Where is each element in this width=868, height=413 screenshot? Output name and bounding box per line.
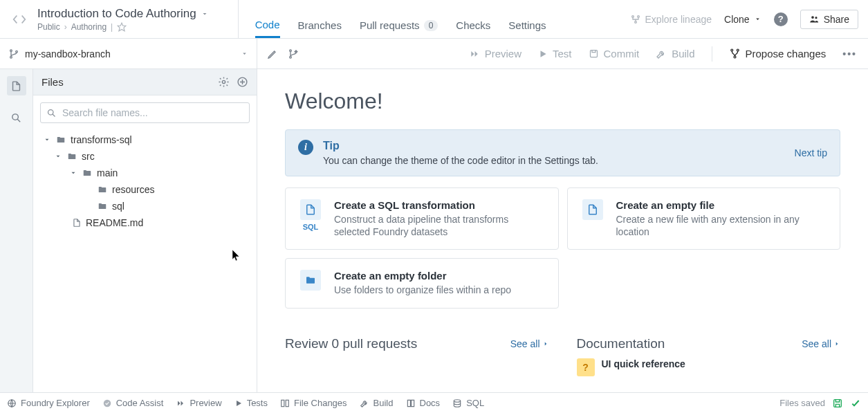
folder-icon (55, 135, 66, 145)
svg-rect-25 (834, 399, 842, 407)
breadcrumb-separator: | (111, 22, 113, 32)
footer-code-assist[interactable]: Code Assist (102, 398, 164, 408)
svg-point-24 (454, 399, 460, 402)
branch-selector[interactable]: my-sandbox-branch (0, 39, 257, 68)
tab-settings[interactable]: Settings (508, 0, 546, 38)
chevron-right-icon (542, 340, 549, 347)
footer-preview[interactable]: Preview (176, 398, 221, 408)
add-icon[interactable] (237, 76, 248, 88)
build-button[interactable]: Build (656, 48, 694, 59)
svg-rect-22 (281, 400, 284, 406)
svg-point-9 (290, 50, 292, 52)
search-icon (46, 108, 57, 118)
tree-folder-resources[interactable]: resources (39, 181, 257, 198)
svg-point-6 (10, 50, 12, 52)
svg-point-5 (815, 17, 817, 19)
file-search-box[interactable] (40, 102, 250, 123)
doc-item-title: UI quick reference (602, 358, 685, 369)
info-icon: i (298, 140, 313, 155)
sidebar-title: Files (41, 76, 64, 88)
card-title: Create a SQL transformation (334, 199, 547, 211)
rail-files-icon[interactable] (7, 76, 26, 95)
help-icon[interactable]: ? (774, 12, 788, 26)
folder-icon (97, 185, 108, 194)
play-icon (234, 399, 243, 407)
play-icon (538, 49, 548, 59)
fast-forward-icon (469, 49, 480, 59)
explore-lineage-button[interactable]: Explore lineage (630, 14, 712, 25)
new-branch-icon[interactable] (288, 48, 299, 59)
file-icon (582, 199, 603, 220)
branch-name: my-sandbox-branch (25, 48, 111, 59)
card-title: Create an empty folder (334, 270, 511, 282)
tab-pull-requests[interactable]: Pull requests0 (360, 0, 438, 38)
star-icon[interactable] (117, 22, 127, 32)
tab-code[interactable]: Code (255, 0, 280, 38)
review-pr-heading: Review 0 pull requests (285, 336, 417, 351)
divider (712, 46, 712, 62)
preview-button[interactable]: Preview (469, 48, 521, 59)
gear-icon[interactable] (218, 76, 230, 88)
file-search-input[interactable] (62, 107, 243, 118)
breadcrumb-item[interactable]: Authoring (71, 22, 107, 32)
title-dropdown-icon[interactable] (201, 10, 209, 18)
svg-point-14 (737, 49, 739, 51)
more-icon[interactable]: ••• (842, 48, 857, 59)
tree-folder-root[interactable]: transforms-sql (39, 131, 257, 148)
footer-file-changes[interactable]: File Changes (280, 398, 347, 408)
tip-banner: i Tip You can change the theme of the co… (285, 129, 840, 176)
svg-point-7 (10, 56, 12, 58)
svg-point-15 (734, 56, 736, 58)
footer-docs[interactable]: Docs (406, 398, 441, 408)
breadcrumb-item[interactable]: Public (37, 22, 60, 32)
svg-rect-12 (590, 51, 597, 57)
footer-sql[interactable]: SQL (452, 398, 484, 408)
merge-icon (729, 48, 741, 59)
app-logo (8, 8, 30, 30)
footer-foundry-explorer[interactable]: Foundry Explorer (7, 398, 90, 408)
tab-branches[interactable]: Branches (298, 0, 342, 38)
propose-changes-button[interactable]: Propose changes (729, 48, 827, 59)
see-all-docs-link[interactable]: See all (802, 338, 840, 349)
svg-point-3 (634, 21, 636, 23)
branch-icon (8, 48, 19, 59)
tree-folder-main[interactable]: main (39, 165, 257, 181)
chevron-down-icon (241, 50, 248, 57)
tree-file-readme[interactable]: README.md (39, 214, 257, 231)
page-title[interactable]: Introduction to Code Authoring (37, 7, 196, 21)
card-icon-label: SQL (303, 223, 319, 231)
svg-point-17 (222, 80, 225, 83)
breadcrumb-separator: › (64, 22, 67, 32)
wrench-icon (360, 398, 369, 408)
card-desc: Create a new file with any extension in … (616, 213, 829, 238)
clone-button[interactable]: Clone (724, 14, 761, 25)
folder-icon (82, 168, 93, 178)
pr-count-badge: 0 (424, 20, 438, 31)
footer-build[interactable]: Build (360, 398, 394, 408)
welcome-heading: Welcome! (285, 89, 840, 114)
doc-item[interactable]: ? UI quick reference (577, 358, 841, 376)
svg-point-4 (811, 16, 814, 19)
edit-icon[interactable] (267, 48, 278, 59)
rail-search-icon[interactable] (7, 108, 26, 127)
next-tip-link[interactable]: Next tip (795, 147, 827, 158)
book-icon (406, 398, 416, 408)
svg-point-8 (16, 51, 18, 53)
tab-checks[interactable]: Checks (456, 0, 490, 38)
folder-icon (97, 201, 108, 211)
chevron-down-icon (754, 15, 761, 23)
documentation-heading: Documentation (577, 336, 665, 351)
footer-tests[interactable]: Tests (234, 398, 268, 408)
see-all-prs-link[interactable]: See all (510, 338, 549, 349)
globe-icon (7, 398, 17, 408)
share-button[interactable]: Share (800, 10, 858, 29)
card-create-sql-transformation[interactable]: SQL Create a SQL transformation Construc… (285, 187, 559, 250)
tree-folder-sql[interactable]: sql (39, 198, 257, 214)
save-icon (589, 48, 599, 59)
tree-folder-src[interactable]: src (39, 148, 257, 165)
sql-file-icon (300, 199, 321, 220)
card-create-empty-file[interactable]: Create an empty file Create a new file w… (567, 187, 841, 250)
card-create-empty-folder[interactable]: Create an empty folder Use folders to or… (285, 258, 559, 308)
commit-button[interactable]: Commit (589, 48, 640, 59)
test-button[interactable]: Test (538, 48, 572, 59)
